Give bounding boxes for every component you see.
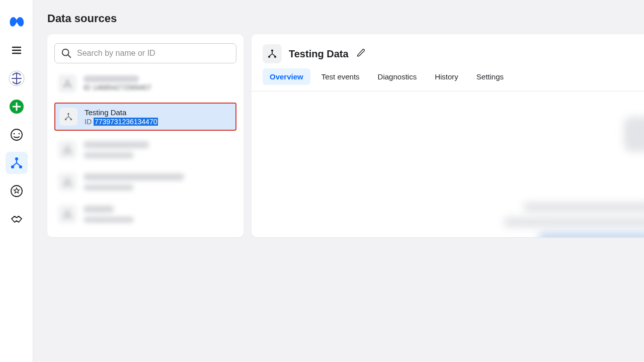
data-sources-icon [10, 156, 23, 169]
tab-diagnostics[interactable]: Diagnostics [371, 68, 424, 85]
search-field[interactable] [54, 43, 236, 63]
add-icon [9, 99, 24, 114]
datasource-item[interactable]: ID 146854272569407 [54, 70, 236, 97]
pixel-icon [59, 108, 77, 126]
pixel-icon [58, 74, 76, 93]
detail-header: Testing Data [252, 34, 644, 68]
svg-point-13 [67, 113, 69, 115]
detail-tabs: Overview Test events Diagnostics History… [252, 68, 644, 92]
meta-logo-icon [8, 14, 25, 31]
svg-point-5 [15, 157, 18, 160]
svg-point-16 [66, 146, 68, 148]
panels: ID 146854272569407 Testing Data ID 77397… [47, 34, 644, 237]
hamburger-menu-icon[interactable] [6, 39, 28, 61]
search-input[interactable] [77, 49, 230, 58]
left-nav-rail [0, 0, 33, 362]
data-sources-nav-icon[interactable] [6, 152, 28, 174]
datasource-list: ID 146854272569407 Testing Data ID 77397… [54, 70, 236, 227]
handshake-icon [10, 213, 23, 226]
pixel-icon [58, 173, 76, 191]
svg-point-3 [13, 133, 15, 135]
datasource-id: ID 146854272569407 [84, 83, 151, 92]
meta-logo-icon[interactable] [6, 11, 28, 33]
pixel-icon [58, 141, 76, 159]
pixel-icon [263, 44, 282, 63]
pencil-icon [357, 48, 366, 57]
tab-test-events[interactable]: Test events [314, 68, 367, 85]
star-icon [10, 185, 23, 198]
favorites-icon[interactable] [6, 180, 28, 202]
svg-point-22 [66, 211, 68, 213]
main-content: Data sources ID 146854272569407 [33, 0, 644, 362]
svg-point-25 [271, 50, 273, 52]
detail-body [252, 92, 644, 237]
datasource-item[interactable] [54, 201, 236, 227]
add-button-icon[interactable] [6, 96, 28, 118]
hamburger-menu-icon [11, 44, 23, 56]
page-title: Data sources [47, 0, 644, 34]
svg-point-8 [11, 186, 22, 197]
svg-point-2 [11, 129, 22, 140]
business-icon[interactable] [6, 67, 28, 89]
datasource-name: Testing Data [85, 108, 158, 117]
pixel-icon [58, 205, 76, 223]
datasource-list-panel: ID 146854272569407 Testing Data ID 77397… [47, 34, 244, 237]
datasource-item-selected[interactable]: Testing Data ID 7739731236134470 [54, 103, 236, 131]
tab-overview[interactable]: Overview [263, 68, 310, 85]
partner-icon[interactable] [6, 208, 28, 230]
svg-point-10 [66, 80, 68, 82]
tab-history[interactable]: History [428, 68, 465, 85]
detail-title: Testing Data [289, 48, 349, 60]
detail-panel: Testing Data Overview Test events Diagno… [252, 34, 644, 237]
svg-point-19 [66, 178, 68, 180]
tab-settings[interactable]: Settings [469, 68, 511, 85]
datasource-id: ID 7739731236134470 [85, 118, 158, 126]
business-icon [9, 70, 25, 86]
svg-point-4 [18, 133, 20, 135]
gauge-icon[interactable] [6, 124, 28, 146]
datasource-id-value: 7739731236134470 [94, 118, 158, 126]
edit-name-button[interactable] [357, 48, 366, 59]
search-icon [61, 48, 72, 59]
datasource-item[interactable] [54, 169, 236, 195]
gauge-icon [10, 128, 23, 141]
datasource-item[interactable] [54, 137, 236, 163]
